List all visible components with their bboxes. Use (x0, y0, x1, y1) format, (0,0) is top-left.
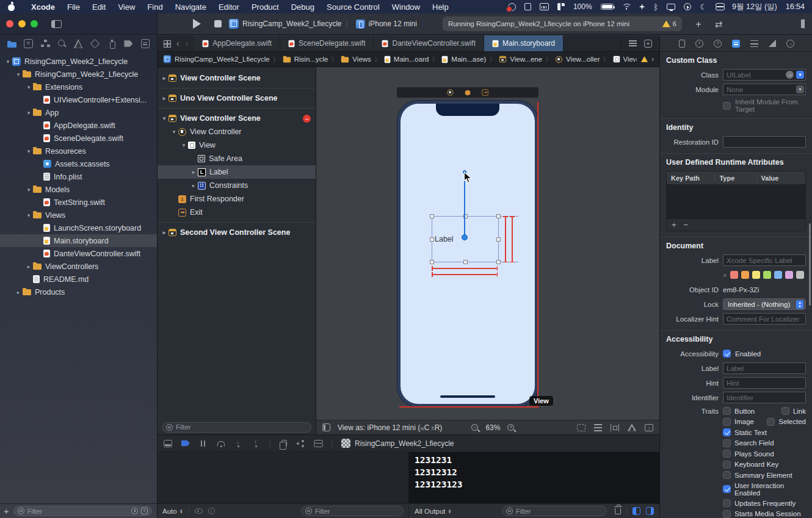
device-bar-toggle-icon[interactable] (322, 423, 330, 431)
chevron-icon[interactable]: ▾ (160, 115, 169, 121)
tree-row[interactable]: README.md (0, 273, 157, 286)
class-dropdown-button[interactable]: ▾ (796, 71, 804, 79)
outline-filter-field[interactable] (162, 422, 311, 433)
control-center-icon[interactable] (716, 3, 723, 10)
resolve-issues-icon[interactable] (628, 424, 636, 431)
tree-row[interactable]: ▾Extensions (0, 81, 157, 93)
menu-file[interactable]: File (61, 2, 86, 12)
quicklook-icon[interactable] (195, 508, 203, 514)
tree-row[interactable]: ▾RisingCamp_Week2_Lfiecycle (0, 55, 157, 68)
tree-row[interactable]: SceneDelegate.swift (0, 132, 157, 145)
scheme-project-name[interactable]: RisingCamp_Week2_Lfiecycle (242, 20, 342, 28)
now-playing-icon[interactable] (684, 3, 691, 10)
trait-checkbox-updates-frequently[interactable] (723, 499, 731, 507)
test-navigator-icon[interactable] (90, 39, 100, 49)
update-frames-icon[interactable] (577, 424, 585, 431)
tab-appdelegate-swift[interactable]: AppDelegate.swift (194, 35, 280, 51)
chevron-icon[interactable]: ▾ (24, 148, 33, 154)
no-color-button[interactable]: × (723, 272, 727, 279)
tree-row[interactable]: ▾RisingCamp_Week2_Lfiecycle (0, 68, 157, 81)
tree-row[interactable]: TextString.swift (0, 196, 157, 209)
restoration-id-input[interactable] (723, 136, 806, 148)
attributes-inspector-icon[interactable] (750, 40, 758, 47)
hide-debug-area-icon[interactable] (164, 440, 172, 447)
menubar-date[interactable]: 9월 12일 (일) (732, 2, 777, 12)
trait-checkbox-user-interaction-enabled[interactable] (723, 485, 731, 493)
chevron-icon[interactable]: ▾ (14, 71, 23, 77)
resize-handle[interactable] (496, 237, 501, 242)
align-icon[interactable] (594, 424, 602, 431)
breadcrumb-item[interactable]: Risin...ycle (283, 56, 328, 63)
module-dropdown-button[interactable]: ▾ (796, 85, 804, 93)
trait-checkbox-link[interactable] (781, 407, 789, 415)
inspector-scrollbar[interactable] (809, 223, 811, 306)
outline-row[interactable]: ▸Uno View Controller Scene (158, 92, 316, 105)
view-hierarchy-icon[interactable] (281, 440, 287, 447)
add-constraints-icon[interactable] (611, 424, 619, 431)
chevron-icon[interactable]: ▾ (4, 59, 12, 65)
tree-row[interactable]: ▸ViewControllers (0, 260, 157, 273)
menu-edit[interactable]: Edit (86, 2, 112, 12)
lock-dropdown[interactable]: Inherited - (Nothing) ▲▼ (723, 298, 806, 310)
menu-help[interactable]: Help (426, 2, 455, 12)
stop-button[interactable] (214, 20, 222, 27)
tree-row[interactable]: AppDelegate.swift (0, 119, 157, 132)
variables-filter-input[interactable] (315, 508, 399, 515)
run-button[interactable] (193, 19, 201, 29)
report-navigator-icon[interactable] (141, 39, 150, 48)
tab-danteviewcontroller-swift[interactable]: DanteViewController.swift (374, 35, 484, 51)
module-input[interactable] (723, 84, 806, 95)
debug-navigator-icon[interactable] (107, 39, 116, 48)
toggle-inspector-icon[interactable] (803, 19, 805, 29)
console-filter-input[interactable] (516, 508, 603, 515)
trait-checkbox-search-field[interactable] (723, 439, 731, 447)
table-body[interactable] (667, 184, 805, 218)
chevron-icon[interactable]: ▸ (24, 264, 33, 270)
battery-percent[interactable]: 100% (573, 2, 592, 11)
next-issue-icon[interactable]: › (651, 55, 654, 63)
apple-menu-icon[interactable] (7, 3, 15, 11)
history-inspector-icon[interactable] (695, 40, 703, 48)
scheme-device-name[interactable]: iPhone 12 mini (369, 20, 417, 28)
resize-handle[interactable] (463, 260, 468, 264)
menu-debug[interactable]: Debug (285, 2, 321, 12)
menu-view[interactable]: View (112, 2, 141, 12)
app-menu[interactable]: Xcode (25, 2, 61, 12)
trait-checkbox-selected[interactable] (767, 418, 775, 426)
show-variables-toggle[interactable] (633, 507, 640, 515)
tree-row[interactable]: ▾Models (0, 183, 157, 196)
file-inspector-icon[interactable] (679, 40, 685, 48)
chevron-icon[interactable]: ▾ (179, 142, 188, 148)
resize-handle[interactable] (430, 214, 434, 218)
chevron-icon[interactable]: ▾ (24, 110, 33, 116)
breadcrumb-item[interactable]: RisingCamp_Week2_Lfiecycle (163, 55, 270, 63)
console-output[interactable]: 123123112312312123123123 (409, 452, 659, 503)
chevron-icon[interactable]: ▾ (24, 187, 33, 193)
inherit-module-checkbox[interactable] (723, 102, 731, 110)
accessibility-identifier-input[interactable] (723, 392, 806, 403)
issues-badge[interactable]: 6 (662, 20, 676, 27)
outline-row[interactable]: ▸Constraints (158, 179, 316, 192)
forward-button[interactable]: › (186, 39, 189, 48)
color-swatch-4[interactable] (774, 271, 782, 279)
do-not-disturb-icon[interactable]: ☾ (700, 2, 707, 12)
warning-icon[interactable] (641, 56, 648, 62)
trait-checkbox-button[interactable] (723, 407, 731, 415)
color-swatch-6[interactable] (796, 271, 804, 279)
outline-row[interactable]: ▾View Controller Scene→ (158, 112, 316, 125)
symbol-navigator-icon[interactable] (41, 39, 49, 48)
chevron-icon[interactable]: ▾ (24, 84, 33, 90)
tree-row[interactable]: Info.plist (0, 170, 157, 183)
add-file-button[interactable]: + (4, 506, 9, 516)
breadcrumb-item[interactable]: Main...ase) (441, 56, 486, 63)
view-controller-icon[interactable] (447, 89, 453, 95)
outline-row[interactable]: ▸Second View Controller Scene (158, 226, 316, 239)
identity-inspector-icon[interactable] (732, 40, 740, 48)
console-output-dropdown[interactable]: All Output ▲▼ (415, 508, 451, 515)
columns-app-icon[interactable] (557, 3, 565, 10)
zoom-level[interactable]: 63% (485, 423, 500, 432)
menu-navigate[interactable]: Navigate (169, 2, 212, 12)
source-control-navigator-icon[interactable]: × (24, 39, 32, 48)
color-swatch-3[interactable] (763, 271, 771, 279)
breadcrumb-item[interactable]: View...ene (499, 56, 542, 63)
